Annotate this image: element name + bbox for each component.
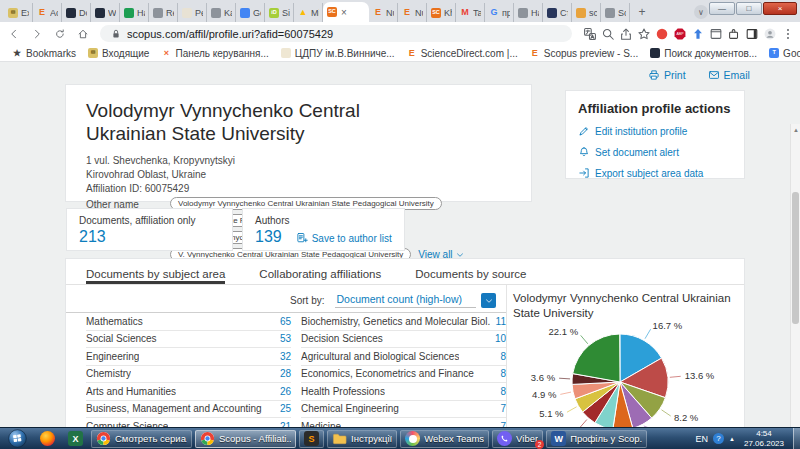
mail-tab[interactable]: ✉Ex [4,3,33,22]
drive-tab-icon: ▲ [298,8,308,18]
help-tray-icon[interactable]: ? [713,433,724,444]
subject-count[interactable]: 65 [280,316,291,327]
tray-expand-icon[interactable]: ▲ [729,436,735,442]
flag-site-tab[interactable]: Ст [543,3,572,22]
profile-avatar[interactable] [762,26,777,41]
new-tab-button[interactable]: + [634,4,650,20]
page-scrollbar[interactable]: ▲ ▼ [790,124,800,427]
subject-count[interactable]: 26 [280,386,291,397]
reader-icon[interactable] [708,26,723,41]
tab-title: Ha [137,8,145,18]
address-bar[interactable]: scopus.com/affil/profile.uri?afid=600754… [100,25,572,42]
start-button[interactable] [3,430,32,448]
set-document-alert-button[interactable]: Set document alert [578,146,732,158]
tab-documents-by-source[interactable]: Documents by source [415,268,526,284]
maximize-button[interactable]: □ [736,2,762,15]
cdpu-bookmark[interactable]: ЦДПУ ім.В.Винниче... [281,48,395,59]
extensions-puzzle-icon[interactable] [726,26,741,41]
inbox-bookmark[interactable]: ✉Входящие [88,48,149,59]
menu-dots-icon[interactable] [780,26,795,41]
scopus-tab-2[interactable]: SCKh [427,3,456,22]
show-desktop-button[interactable] [793,428,800,449]
subject-name: Economics, Econometrics and Finance [301,368,474,379]
sort-select[interactable]: Document count (high-low) [335,293,496,308]
subject-name: Decision Sciences [301,333,383,344]
print-button[interactable]: Print [648,69,686,81]
globe-tab-4[interactable]: Sc [601,3,630,22]
firefox-taskbar[interactable] [35,430,60,448]
sort-dropdown-button[interactable] [481,293,496,308]
sciencedirect-bookmark[interactable]: EScienceDirect.com |... [407,48,518,59]
email-button[interactable]: Email [708,69,750,81]
google-tab[interactable]: Gпр [485,3,514,22]
documents-count[interactable]: 213 [79,228,220,246]
google-translate-bookmark[interactable]: TGoogle Перекладач [769,48,800,59]
gmail-tab[interactable]: MTa [456,3,485,22]
authors-count[interactable]: 139 [255,228,282,246]
subject-count[interactable]: 11 [496,316,506,327]
abp-icon[interactable]: ABP [672,26,687,41]
doc-search-bookmark[interactable]: Поиск документов... [650,48,757,59]
home-button[interactable] [74,25,92,43]
dark-site-tab-2[interactable]: Wi [91,3,120,22]
viber-window[interactable]: Viber2 [492,430,543,448]
dark-site-tab[interactable]: Dc [62,3,91,22]
save-to-author-list-button[interactable]: Save to author list [296,232,392,244]
globe-tab-3[interactable]: На [514,3,543,22]
sublime-taskbar[interactable]: S [299,430,324,448]
savefrom-icon[interactable] [690,26,705,41]
tab-documents-by-subject-area[interactable]: Documents by subject area [86,268,225,284]
subject-count[interactable]: 53 [280,333,291,344]
bookmarks-star[interactable]: ★Bookmarks [12,48,76,59]
scopus-preview-bookmark[interactable]: EScopus preview - S... [530,48,638,59]
taskbar-clock[interactable]: 4:54 27.06.2023 [744,429,784,449]
tab-close-icon[interactable]: × [341,7,347,18]
adblock-icon[interactable] [654,26,669,41]
tab-collaborating-affiliations[interactable]: Collaborating affiliations [259,268,381,284]
scopus-tab[interactable]: SC× [323,2,369,22]
globe-tab[interactable]: Re [149,3,178,22]
zoom-icon[interactable] [600,26,615,41]
close-button[interactable]: × [763,2,797,15]
sidepanel-icon[interactable] [744,26,759,41]
share-icon[interactable] [618,26,633,41]
subject-count[interactable]: 10 [495,333,506,344]
tab-title: Re [166,8,174,18]
subject-name: Mathematics [86,316,143,327]
pale-site-tab[interactable]: Pe [178,3,207,22]
globe-tab-2[interactable]: Ka [207,3,236,22]
webex-window[interactable]: Webex Teams [400,430,489,448]
chrome-window-2[interactable]: Scopus - Affiliati... [195,430,296,448]
minimize-button[interactable]: — [709,2,735,15]
language-indicator[interactable]: EN [695,434,708,444]
orcid-tab[interactable]: iDSi [265,3,294,22]
google-docs-tab[interactable]: Gc [236,3,265,22]
subject-count[interactable]: 28 [280,368,291,379]
elsevier-tab[interactable]: EAc [33,3,62,22]
green-site-tab[interactable]: Ha [120,3,149,22]
subject-count[interactable]: 25 [280,403,291,414]
system-tray: EN ? ▲ 4:54 27.06.2023 [695,428,800,449]
back-button[interactable] [5,25,23,43]
excel-taskbar[interactable]: X [63,430,88,448]
forward-button[interactable] [28,25,46,43]
orange-site-tab[interactable]: sc [572,3,601,22]
translate-icon[interactable] [582,26,597,41]
elsevier-tab-2[interactable]: ENu [369,3,398,22]
export-subject-area-data-button[interactable]: Export subject area data [578,167,732,179]
svg-text:5.1 %: 5.1 % [539,408,564,419]
elsevier-tab-3[interactable]: ENu [398,3,427,22]
word-window[interactable]: WПрофіль у Scop... [546,430,647,448]
folder-instructions[interactable]: Інструкції [327,430,397,448]
scroll-up-arrow[interactable]: ▲ [792,125,800,134]
chrome-window-1[interactable]: Смотреть сериа... [91,430,192,448]
bookmark-star-icon[interactable] [636,26,651,41]
tab-search-button[interactable]: ∨ [694,5,708,19]
reload-button[interactable] [51,25,69,43]
subject-count[interactable]: 32 [280,351,291,362]
scroll-thumb[interactable] [792,192,799,324]
screen: ✉ExEAcDcWiHaRePeKaGciDSi▲MiSC×ENuENuSCKh… [0,0,800,449]
control-panel-bookmark[interactable]: ×Панель керування... [161,48,268,59]
drive-tab[interactable]: ▲Mi [294,3,323,22]
edit-institution-profile-button[interactable]: Edit institution profile [578,125,732,137]
